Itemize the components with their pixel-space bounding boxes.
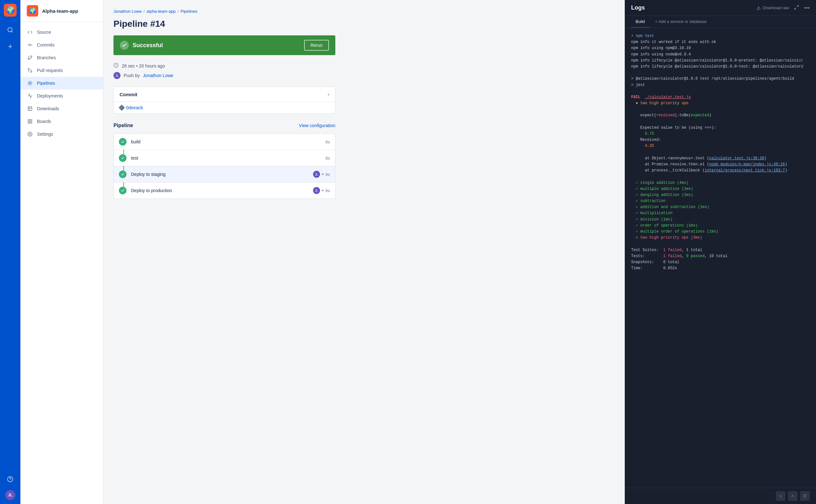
logs-header-actions: Download raw ••• bbox=[756, 5, 810, 11]
svg-rect-9 bbox=[30, 122, 32, 123]
step-time-staging: 6s bbox=[325, 172, 330, 177]
lightbulb-button[interactable] bbox=[800, 491, 810, 501]
svg-point-2 bbox=[29, 44, 31, 46]
log-line: ✓ subtraction bbox=[631, 198, 810, 204]
logs-body[interactable]: + npm test npm info it worked if it ends… bbox=[625, 28, 816, 488]
app-logo[interactable] bbox=[4, 4, 17, 17]
svg-point-11 bbox=[29, 133, 31, 135]
log-line: npm info using node@v6.9.4 bbox=[631, 52, 810, 58]
icon-bar: JL bbox=[0, 0, 20, 504]
log-line: expect(received).toBe(expected) bbox=[631, 112, 810, 119]
step-meta-build: 6s bbox=[325, 140, 330, 144]
sidebar-header: 🌍 Alpha-team-app bbox=[20, 0, 103, 22]
status-label: Successful bbox=[133, 42, 163, 49]
clock-icon bbox=[113, 63, 119, 69]
pipelines-icon bbox=[27, 80, 33, 86]
log-line bbox=[631, 119, 810, 125]
downloads-label: Downloads bbox=[37, 106, 59, 111]
scroll-up-button[interactable] bbox=[788, 491, 798, 501]
breadcrumb-section[interactable]: Pipelines bbox=[181, 9, 198, 14]
sidebar-item-settings[interactable]: Settings bbox=[20, 128, 103, 140]
status-check-icon bbox=[120, 41, 129, 50]
scroll-down-button[interactable] bbox=[776, 491, 785, 501]
sidebar-item-downloads[interactable]: Downloads bbox=[20, 102, 103, 115]
pull-requests-icon bbox=[27, 67, 33, 74]
step-name-production: Deploy to production bbox=[131, 188, 308, 193]
svg-rect-8 bbox=[30, 119, 32, 121]
log-line bbox=[631, 70, 810, 76]
breadcrumb-repo[interactable]: alpha-team-app bbox=[147, 9, 176, 14]
pipeline-steps: build 6s test 6s bbox=[113, 133, 335, 199]
log-line: Time: 0.652s bbox=[631, 265, 810, 271]
sidebar-title: Alpha-team-app bbox=[42, 8, 78, 14]
sidebar-item-pipelines[interactable]: Pipelines bbox=[20, 77, 103, 90]
logs-panel: Logs Download raw ••• Build + Add a serv… bbox=[625, 0, 816, 504]
sidebar-item-branches[interactable]: Branches bbox=[20, 51, 103, 64]
source-icon bbox=[27, 29, 33, 35]
commit-box: Commit › 0deeacb bbox=[113, 87, 335, 114]
search-button[interactable] bbox=[4, 24, 16, 36]
view-config-link[interactable]: View configuration bbox=[299, 123, 335, 128]
svg-point-3 bbox=[31, 71, 32, 72]
boards-label: Boards bbox=[37, 119, 51, 124]
pipeline-label: Pipeline bbox=[113, 123, 133, 128]
commit-box-header[interactable]: Commit › bbox=[114, 87, 335, 102]
step-connector-3 bbox=[123, 182, 124, 187]
step-connector-2 bbox=[123, 166, 124, 170]
pusher-link[interactable]: Jonathon Lowe bbox=[143, 73, 173, 78]
commit-hash-link[interactable]: 0deeacb bbox=[126, 105, 143, 110]
user-avatar[interactable]: JL bbox=[5, 490, 15, 500]
log-line: FAIL ./calculator.test.js bbox=[631, 94, 810, 100]
step-meta-test: 6s bbox=[325, 156, 330, 161]
step-dot-production: • bbox=[322, 188, 324, 193]
step-deploy-production[interactable]: Deploy to production JL • 6s bbox=[113, 182, 335, 199]
settings-label: Settings bbox=[37, 132, 53, 137]
meta-info: 26 sec • 20 hours ago JL Push by Jonatho… bbox=[113, 63, 335, 79]
more-options-button[interactable]: ••• bbox=[804, 5, 810, 11]
main-content: Jonathon Lowe / alpha-team-app / Pipelin… bbox=[103, 0, 625, 504]
svg-point-5 bbox=[29, 83, 31, 84]
log-line: at Promise.resolve.then.el (node_modules… bbox=[631, 162, 810, 168]
step-check-staging bbox=[119, 170, 126, 178]
svg-rect-7 bbox=[28, 119, 30, 121]
step-meta-staging: JL • 6s bbox=[313, 171, 330, 178]
step-test[interactable]: test 6s bbox=[113, 150, 335, 166]
logs-tab-build[interactable]: Build bbox=[631, 16, 649, 28]
sidebar-app-icon: 🌍 bbox=[27, 5, 38, 17]
sidebar-item-commits[interactable]: Commits bbox=[20, 39, 103, 51]
svg-point-0 bbox=[8, 28, 12, 32]
step-avatar-production: JL bbox=[313, 187, 320, 194]
sidebar-item-boards[interactable]: Boards bbox=[20, 115, 103, 128]
step-name-build: build bbox=[131, 139, 321, 144]
sidebar-item-source[interactable]: Source bbox=[20, 26, 103, 39]
deployments-icon bbox=[27, 93, 33, 99]
push-label: Push by bbox=[124, 73, 140, 78]
deployments-label: Deployments bbox=[37, 93, 63, 98]
commit-title: Commit bbox=[119, 92, 137, 97]
boards-icon bbox=[27, 118, 33, 125]
log-line: > @atlassian/calculator@1.0.0 test /opt/… bbox=[631, 76, 810, 82]
log-line: npm info lifecycle @atlassian/calculator… bbox=[631, 64, 810, 70]
logs-footer bbox=[625, 488, 816, 504]
log-line: at Object.<anonymous>.test (calculator.t… bbox=[631, 155, 810, 162]
add-button[interactable] bbox=[4, 41, 16, 52]
logs-tab-add-service[interactable]: + Add a service or database bbox=[651, 16, 711, 28]
step-deploy-staging[interactable]: Deploy to staging JL • 6s bbox=[113, 166, 335, 182]
step-avatar-staging: JL bbox=[313, 171, 320, 178]
rerun-button[interactable]: Rerun bbox=[304, 40, 329, 51]
svg-line-15 bbox=[795, 8, 796, 9]
page-title: Pipeline #14 bbox=[113, 19, 335, 29]
log-line: npm info lifecycle @atlassian/calculator… bbox=[631, 58, 810, 64]
expand-button[interactable] bbox=[794, 5, 799, 11]
step-meta-production: JL • 6s bbox=[313, 187, 330, 194]
step-build[interactable]: build 6s bbox=[113, 133, 335, 150]
log-line bbox=[631, 149, 810, 155]
download-raw-button[interactable]: Download raw bbox=[756, 5, 789, 10]
help-button[interactable] bbox=[4, 473, 16, 485]
log-line: 4.25 bbox=[631, 143, 810, 149]
breadcrumb-user[interactable]: Jonathon Lowe bbox=[113, 9, 141, 14]
step-dot-staging: • bbox=[322, 171, 324, 177]
sidebar-item-deployments[interactable]: Deployments bbox=[20, 90, 103, 102]
chevron-right-icon: › bbox=[328, 91, 329, 97]
sidebar-item-pull-requests[interactable]: Pull requests bbox=[20, 64, 103, 77]
